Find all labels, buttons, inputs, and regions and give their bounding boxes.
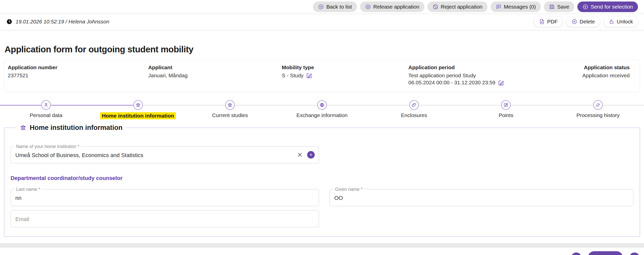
back-to-list-label: Back to list: [326, 4, 352, 10]
arrow-left-circle-icon: [318, 4, 324, 10]
application-status-label: Application status: [564, 64, 630, 70]
mobility-type-block: Mobility type S - Study: [282, 64, 408, 86]
step-label: Personal data: [30, 112, 62, 118]
edit-mobility-type-icon[interactable]: [306, 72, 312, 79]
messages-label: Messages (0): [504, 4, 536, 10]
top-toolbar: Back to list Release application Reject …: [0, 0, 644, 14]
edit-note-icon: [501, 100, 511, 110]
step-label: Points: [499, 112, 513, 118]
application-period-name: Test application period Study: [408, 72, 559, 79]
application-period-block: Application period Test application peri…: [408, 64, 564, 86]
footer-navigation: Save: [0, 248, 644, 255]
section-title: Home institution information: [30, 124, 123, 132]
x-circle-icon: [365, 4, 371, 10]
previous-page-button[interactable]: [571, 252, 581, 255]
email-field-label: Email: [15, 216, 29, 223]
send-for-selection-label: Send for selection: [591, 4, 633, 10]
clear-institution-icon[interactable]: [297, 152, 303, 158]
application-summary-card: Application number 2377521 Applicant Jan…: [4, 60, 640, 92]
last-name-field[interactable]: Last name * nn: [11, 189, 319, 206]
step-processing-history[interactable]: Processing history: [552, 100, 644, 119]
section-legend: Home institution information: [16, 124, 126, 132]
applicant-value: Januari, Måndag: [148, 72, 277, 79]
reject-application-label: Reject application: [441, 4, 482, 10]
save-button-footer[interactable]: Save: [588, 251, 623, 255]
given-name-field-value: OO: [334, 195, 343, 201]
home-institution-field-label: Name of your home institution *: [15, 144, 81, 149]
given-name-field-label: Given name *: [334, 187, 364, 192]
last-name-field-label: Last name *: [15, 187, 42, 192]
institution-icon: [20, 124, 27, 131]
person-icon: [41, 100, 51, 110]
application-number-value: 2377521: [8, 72, 143, 79]
email-field[interactable]: Email: [11, 210, 319, 227]
application-status-block: Application status Application received: [564, 64, 635, 86]
application-period-label: Application period: [408, 64, 559, 70]
ban-icon: [432, 4, 438, 10]
message-icon: [496, 4, 502, 10]
globe-icon: [317, 100, 327, 110]
applicant-block: Applicant Januari, Måndag: [148, 64, 282, 86]
timestamp-user-text: 19.01.2026 10:52:19 / Helena Johnsson: [16, 19, 109, 25]
home-institution-field[interactable]: Name of your home institution * Umeå Sch…: [11, 146, 319, 163]
step-label: Enclosures: [401, 112, 427, 118]
mobility-type-label: Mobility type: [282, 64, 403, 70]
step-label: Exchange information: [296, 112, 347, 118]
next-page-button[interactable]: [629, 252, 639, 255]
last-modified-info: 19.01.2026 10:52:19 / Helena Johnsson: [6, 18, 109, 25]
application-number-label: Application number: [8, 64, 143, 70]
meta-actions: PDF Delete Unlock: [534, 16, 638, 27]
coordinator-subheading: Departmental coordinator/study counselor: [11, 175, 633, 181]
send-for-selection-button[interactable]: Send for selection: [577, 2, 638, 12]
home-institution-field-value: Umeå School of Business, Economics and S…: [15, 152, 143, 159]
step-exchange-information[interactable]: Exchange information: [276, 100, 368, 119]
messages-button[interactable]: Messages (0): [491, 2, 541, 12]
unlock-icon: [609, 19, 615, 25]
arrow-right-circle-icon: [582, 4, 588, 10]
step-enclosures[interactable]: Enclosures: [368, 100, 460, 119]
step-points[interactable]: Points: [460, 100, 552, 119]
home-institution-section: Home institution information Name of you…: [4, 124, 640, 237]
step-current-studies[interactable]: Current studies: [184, 100, 276, 119]
institution-icon: [133, 100, 143, 110]
x-circle-icon: [571, 19, 577, 25]
reject-application-button[interactable]: Reject application: [427, 2, 488, 12]
last-name-field-value: nn: [15, 195, 21, 201]
mobility-type-value: S - Study: [282, 72, 303, 79]
delete-button[interactable]: Delete: [566, 16, 600, 27]
document-icon: [539, 19, 545, 25]
add-institution-icon[interactable]: [307, 151, 315, 159]
release-application-button[interactable]: Release application: [360, 2, 424, 12]
bottom-divider: [0, 243, 644, 248]
save-label-top: Save: [557, 4, 569, 10]
history-icon: [593, 100, 603, 110]
step-personal-data[interactable]: Personal data: [0, 100, 92, 119]
pdf-label: PDF: [547, 19, 558, 25]
unlock-button[interactable]: Unlock: [603, 16, 638, 27]
applicant-label: Applicant: [148, 64, 277, 70]
meta-bar: 19.01.2026 10:52:19 / Helena Johnsson PD…: [0, 14, 644, 30]
delete-label: Delete: [580, 19, 595, 25]
paperclip-icon: [409, 100, 419, 110]
application-status-value: Application received: [564, 72, 630, 79]
step-label: Home institution information: [100, 112, 176, 119]
clock-icon: [6, 18, 13, 25]
given-name-field[interactable]: Given name * OO: [330, 189, 633, 206]
form-stepper: Personal data Home institution informati…: [0, 100, 644, 118]
save-icon: [549, 4, 555, 10]
application-number-block: Application number 2377521: [8, 64, 148, 86]
step-label: Processing history: [576, 112, 620, 118]
unlock-label: Unlock: [617, 19, 633, 25]
save-button-top[interactable]: Save: [544, 2, 574, 12]
pdf-button[interactable]: PDF: [534, 16, 563, 27]
back-to-list-button[interactable]: Back to list: [313, 2, 357, 12]
institution-icon: [225, 100, 235, 110]
step-label: Current studies: [212, 112, 248, 118]
step-home-institution-information[interactable]: Home institution information: [92, 100, 184, 119]
edit-application-period-icon[interactable]: [498, 80, 504, 86]
release-application-label: Release application: [373, 4, 419, 10]
application-period-range: 06.05.2024 00:00 - 31.12.2030 23:59: [408, 79, 495, 86]
page-title: Application form for outgoing student mo…: [5, 44, 644, 54]
